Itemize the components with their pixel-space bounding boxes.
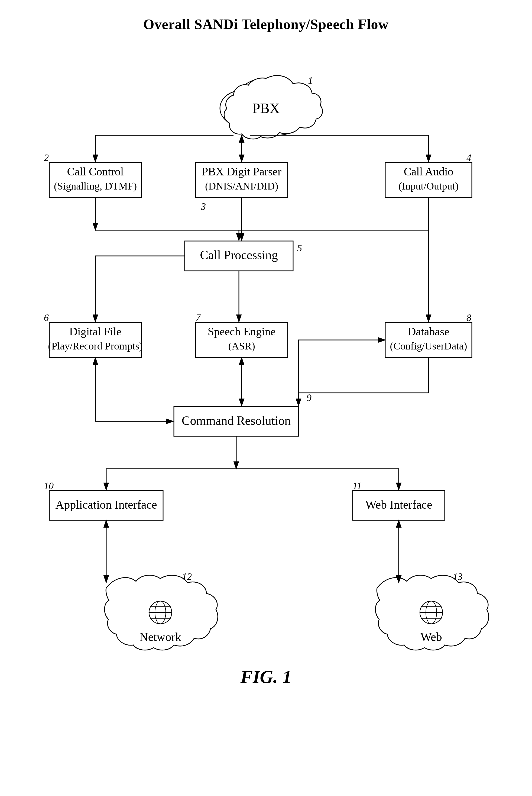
svg-text:Web Interface: Web Interface <box>365 498 432 511</box>
pbx-number: 1 <box>308 75 313 86</box>
network-node: Network 12 <box>104 571 218 650</box>
digital-file-number: 6 <box>44 312 49 323</box>
web-node: Web 13 <box>376 571 489 650</box>
command-resolution-node: Command Resolution 9 <box>174 392 311 436</box>
svg-text:Call Control: Call Control <box>67 165 124 178</box>
svg-text:(Config/UserData): (Config/UserData) <box>390 340 467 352</box>
call-control-number: 2 <box>44 152 49 163</box>
app-interface-number: 10 <box>44 481 54 491</box>
svg-text:(Input/Output): (Input/Output) <box>398 180 459 192</box>
call-control-node: Call Control (Signalling, DTMF) 2 <box>44 152 141 198</box>
call-audio-number: 4 <box>467 152 471 163</box>
network-number: 12 <box>182 571 192 582</box>
svg-text:(Play/Record Prompts): (Play/Record Prompts) <box>48 340 142 352</box>
pbx-digit-number: 3 <box>201 201 206 212</box>
svg-text:Network: Network <box>139 630 181 644</box>
call-processing-number: 5 <box>297 243 302 253</box>
pbx-node: PBX 1 <box>220 75 322 139</box>
web-interface-number: 11 <box>353 481 362 491</box>
database-number: 8 <box>467 312 471 323</box>
page-title: Overall SANDi Telephony/Speech Flow <box>143 16 389 32</box>
pbx-label: PBX <box>252 101 280 116</box>
application-interface-node: Application Interface 10 <box>44 481 163 520</box>
svg-text:PBX Digit Parser: PBX Digit Parser <box>202 165 282 178</box>
speech-engine-number: 7 <box>195 312 201 323</box>
svg-text:(Signalling, DTMF): (Signalling, DTMF) <box>54 180 137 192</box>
digital-file-node: Digital File (Play/Record Prompts) 6 <box>44 312 143 358</box>
svg-text:(ASR): (ASR) <box>228 340 255 352</box>
speech-engine-node: Speech Engine (ASR) 7 <box>195 312 288 358</box>
fig-label: FIG. 1 <box>240 666 292 687</box>
command-resolution-number: 9 <box>307 392 311 403</box>
svg-text:Command Resolution: Command Resolution <box>182 414 291 428</box>
svg-text:Digital File: Digital File <box>69 325 121 338</box>
diagram-container: Overall SANDi Telephony/Speech Flow <box>0 0 532 796</box>
call-processing-node: Call Processing 5 <box>185 241 302 271</box>
svg-text:Speech Engine: Speech Engine <box>208 325 276 338</box>
svg-text:(DNIS/ANI/DID): (DNIS/ANI/DID) <box>205 180 278 192</box>
svg-text:Web: Web <box>420 630 442 644</box>
svg-text:Application Interface: Application Interface <box>55 498 157 511</box>
svg-text:Database: Database <box>408 325 449 338</box>
svg-text:Call Processing: Call Processing <box>200 248 278 262</box>
web-number: 13 <box>453 571 463 582</box>
flow-diagram: PBX 1 Call Control (Signalling, DTMF) 2 … <box>22 46 510 791</box>
svg-text:Call Audio: Call Audio <box>404 165 453 178</box>
